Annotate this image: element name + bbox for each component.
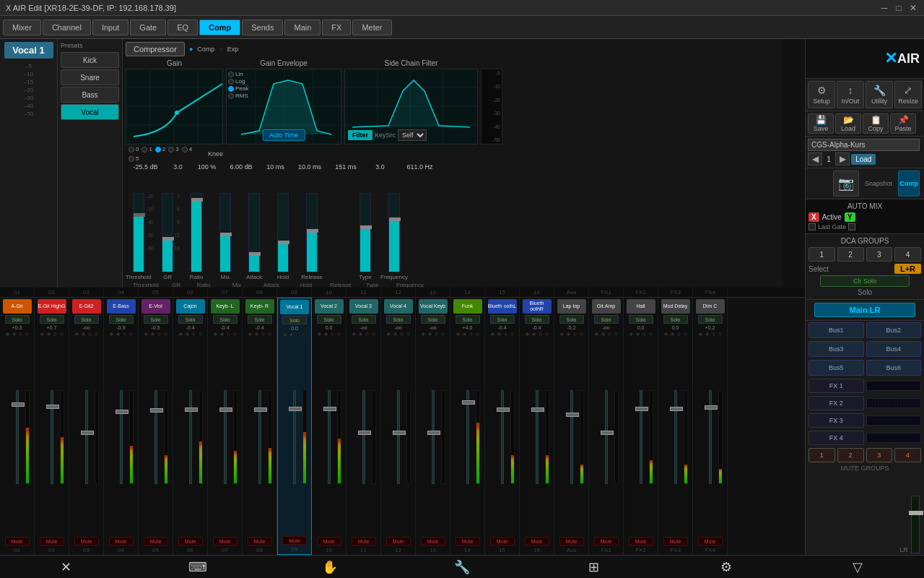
preset-vocal[interactable]: Vocal [61,104,119,120]
taskbar-wifi[interactable]: ▽ [843,556,872,579]
mute-btn-FX1[interactable]: Mute [594,537,619,545]
filter-button[interactable]: Filter [348,130,372,140]
fader-track-11[interactable] [362,390,365,484]
compressor-button[interactable]: Compressor [126,42,185,56]
tab-fx[interactable]: FX [322,20,351,35]
mute-btn-11[interactable]: Mute [352,537,376,545]
mute-btn-07[interactable]: Mute [213,537,237,545]
threshold-slider[interactable]: -20 -30 -40 -50 -60 [133,193,144,272]
minimize-button[interactable]: ─ [879,3,889,13]
mute-btn-05[interactable]: Mute [144,537,168,545]
ch-badge-05[interactable]: E-Viol [141,299,170,314]
mute-btn-14[interactable]: Mute [456,537,480,545]
resize-button[interactable]: ⤢ Resize [894,81,922,108]
fader-handle-11[interactable] [358,431,371,435]
maximize-button[interactable]: □ [894,3,904,13]
fx2-button[interactable]: FX 2 [808,396,864,410]
tab-input[interactable]: Input [92,20,128,35]
auto-time-button[interactable]: Auto Time [263,129,305,141]
inout-button[interactable]: ↕ In/Out [837,81,864,108]
ch-badge-11[interactable]: Vocal 3 [349,299,378,314]
fader-handle-10[interactable] [323,407,336,411]
ratio-slider[interactable] [191,193,202,272]
fader-handle-02[interactable] [46,405,59,409]
fader-track-16[interactable] [536,390,539,484]
preset-kick[interactable]: Kick [61,52,119,68]
fader-handle-01[interactable] [12,402,25,407]
fader-handle-13[interactable] [427,431,440,435]
fader-handle-07[interactable] [219,407,232,412]
solo-btn-01[interactable]: Solo [5,315,30,324]
taskbar-settings[interactable]: 🔧 [448,556,476,579]
taskbar-windows[interactable]: ⊞ [580,556,609,579]
taskbar-system[interactable]: ⚙ [712,556,741,579]
mute-btn-FX3[interactable]: Mute [663,537,688,545]
mute-btn-09[interactable]: Mute [282,536,307,545]
preset-load-button[interactable]: Load [851,154,876,165]
fader-track-01[interactable] [16,390,19,484]
fader-track-05[interactable] [154,390,157,484]
save-button[interactable]: 💾 Save [808,113,834,134]
taskbar-touch[interactable]: ✋ [315,556,344,579]
fader-track-15[interactable] [501,390,504,484]
solo-btn-16[interactable]: Solo [525,315,549,324]
solo-btn-03[interactable]: Solo [74,315,99,324]
mute-btn-12[interactable]: Mute [386,537,411,545]
fader-track-FX1[interactable] [605,390,608,484]
mute-grp-3[interactable]: 3 [866,448,893,462]
fader-handle-06[interactable] [185,407,198,412]
freq-slider[interactable] [388,193,400,272]
fader-handle-03[interactable] [81,431,94,435]
fader-handle-FX4[interactable] [705,405,718,410]
solo-btn-09[interactable]: Solo [282,316,307,324]
bus1-button[interactable]: Bus1 [808,322,864,338]
ch-badge-FX1[interactable]: Git.Amp [592,299,621,314]
tab-gate[interactable]: Gate [130,20,166,35]
hold-slider[interactable] [277,193,289,272]
bus4-button[interactable]: Bus4 [866,341,922,357]
last-gate-checkbox[interactable] [808,223,816,230]
fader-handle-04[interactable] [116,410,128,414]
mute-btn-15[interactable]: Mute [490,537,515,545]
fader-handle-08[interactable] [254,407,267,412]
fader-track-07[interactable] [224,390,227,484]
bus5-button[interactable]: Bus5 [808,360,864,376]
mute-btn-02[interactable]: Mute [40,537,64,545]
taskbar-close[interactable]: ✕ [51,556,80,579]
attack-slider[interactable] [248,193,260,272]
solo-btn-11[interactable]: Solo [352,315,376,324]
paste-button[interactable]: 📌 Paste [890,113,916,134]
bus2-button[interactable]: Bus2 [866,322,922,338]
setup-button[interactable]: ⚙ Setup [808,81,835,108]
fader-handle-FX2[interactable] [635,407,648,411]
solo-btn-05[interactable]: Solo [144,315,168,324]
solo-btn-FX4[interactable]: Solo [698,315,723,324]
solo-btn-10[interactable]: Solo [317,315,341,324]
env-peak[interactable]: Peak [228,85,248,92]
ch-badge-FX4[interactable]: Dim C [696,299,725,314]
preset-bass[interactable]: Bass [61,87,119,103]
env-rms[interactable]: RMS [228,92,248,99]
solo-btn-07[interactable]: Solo [213,315,237,324]
close-button[interactable]: ✕ [908,3,918,13]
fader-handle-15[interactable] [497,407,510,412]
dca-3[interactable]: 3 [866,247,893,262]
fader-track-10[interactable] [328,390,331,484]
ch-badge-04[interactable]: E-Bass [107,299,136,314]
fader-track-03[interactable] [85,390,88,484]
solo-btn-14[interactable]: Solo [456,315,480,324]
mute-btn-FX2[interactable]: Mute [629,537,653,545]
lr-fader-knob[interactable] [909,511,923,515]
env-log[interactable]: Log [228,78,248,85]
tab-comp[interactable]: Comp [199,20,240,35]
dca-4[interactable]: 4 [894,247,921,262]
main-lr-button[interactable]: Main LR [814,303,915,317]
mix-slider[interactable] [219,193,231,272]
ch-badge-02[interactable]: E-Git HighG [38,299,66,314]
solo-btn-FX3[interactable]: Solo [663,315,688,324]
fader-track-14[interactable] [466,390,469,484]
clr-solo-button[interactable]: Clr Solo [820,275,910,287]
ch-badge-13[interactable]: Vocal Keyb [419,299,448,314]
fader-handle-FX3[interactable] [670,407,683,411]
env-lin[interactable]: Lin [228,71,248,77]
